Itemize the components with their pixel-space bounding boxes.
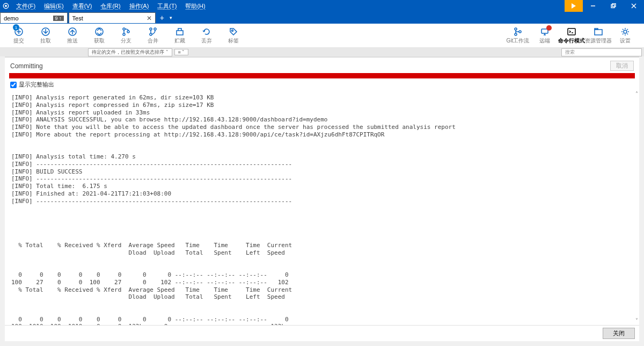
tool-push[interactable]: 推送 [59,26,86,45]
menu-file[interactable]: 文件(F) [12,2,40,10]
add-tab-button[interactable]: + [157,13,167,22]
svg-point-25 [515,33,517,35]
terminal-icon [567,26,576,37]
maximize-button[interactable] [603,0,624,12]
commit-icon [14,26,24,37]
menu-actions[interactable]: 操作(A) [125,2,153,10]
svg-point-16 [123,28,125,30]
svg-point-18 [127,31,129,33]
svg-point-34 [624,30,627,33]
scroll-down-icon[interactable]: ˅ [635,318,638,325]
scroll-up-icon[interactable]: ˄ [635,91,638,98]
svg-point-19 [150,28,152,30]
tab-label: demo [4,15,51,21]
tag-icon [229,26,238,37]
show-full-output-checkbox[interactable]: 显示完整输出 [5,80,639,90]
filter-combo[interactable]: 待定的文件，已按照文件状态排序 ˅ [88,48,172,56]
svg-marker-2 [572,3,576,9]
svg-rect-33 [595,28,598,30]
svg-rect-22 [177,31,183,35]
svg-point-20 [150,33,152,35]
run-button[interactable] [565,0,583,12]
search-box[interactable]: 搜索 [561,48,642,56]
menu-tools[interactable]: 工具(T) [153,2,181,10]
title-bar: 文件(F) 编辑(E) 查看(V) 仓库(R) 操作(A) 工具(T) 帮助(H… [0,0,644,12]
close-button[interactable] [624,0,644,12]
tab-badge: 9 ↑ [53,16,64,21]
svg-rect-32 [595,30,602,35]
svg-point-1 [5,5,6,6]
tool-gitflow[interactable]: Git工作流 [504,26,531,45]
tab-dropdown-icon[interactable]: ▾ [167,15,174,20]
filter-menu[interactable]: ≡ ˅ [174,49,189,55]
merge-icon [148,26,158,37]
svg-point-23 [232,30,233,32]
pull-icon [41,26,50,37]
main-toolbar: 提交 拉取 推送 获取 分支 合并 贮藏 丢弃 标签 Git工作流 远端 [0,24,644,48]
cancel-button[interactable]: 取消 [610,61,634,71]
progress-bar [9,73,635,78]
menu-help[interactable]: 帮助(H) [181,2,209,10]
repo-tabbar: demo 9 ↑ Test ✕ + ▾ [0,12,644,24]
svg-point-24 [515,28,517,30]
fetch-icon [94,26,104,37]
menu-view[interactable]: 查看(V) [68,2,97,10]
tool-commit[interactable]: 提交 [5,26,32,45]
gitflow-icon [513,26,523,37]
menu-edit[interactable]: 编辑(E) [40,2,68,10]
tool-branch[interactable]: 分支 [113,26,140,45]
minimize-button[interactable] [583,0,603,12]
discard-icon [202,26,211,37]
tool-stash[interactable]: 贮藏 [166,26,193,45]
committing-dialog: Committing 取消 显示完整输出 [INFO] Analysis rep… [5,57,639,341]
svg-point-17 [123,33,125,35]
svg-point-15 [96,28,103,35]
tab-label: Test [72,15,142,21]
tool-cmd[interactable]: 命令行模式 [558,26,585,45]
tool-discard[interactable]: 丢弃 [193,26,220,45]
svg-point-26 [519,31,521,33]
stash-icon [175,26,185,37]
tool-settings[interactable]: 设置 [612,26,639,45]
gear-icon [620,26,630,37]
tab-test[interactable]: Test ✕ [69,12,156,23]
tab-demo[interactable]: demo 9 ↑ [0,12,68,23]
close-button[interactable]: 关闭 [603,328,635,339]
log-output[interactable]: [INFO] Analysis report generated in 62ms… [5,90,639,325]
push-icon [68,26,77,37]
branch-icon [121,26,131,37]
remote-icon [540,26,550,37]
svg-rect-30 [568,28,575,35]
tool-explorer[interactable]: 资源管理器 [585,26,612,45]
tool-fetch[interactable]: 获取 [86,26,113,45]
tool-merge[interactable]: 合并 [140,26,166,45]
tool-pull[interactable]: 拉取 [32,26,59,45]
show-full-output-input[interactable] [10,82,17,88]
svg-rect-5 [612,4,616,7]
close-icon[interactable]: ✕ [147,15,152,22]
file-filter-bar: 待定的文件，已按照文件状态排序 ˅ ≡ ˅ 搜索 [0,48,644,56]
app-logo-icon [0,0,12,12]
svg-rect-4 [611,5,614,8]
tool-remote[interactable]: 远端 [531,26,558,45]
svg-point-21 [154,28,156,30]
svg-rect-27 [541,29,548,33]
tool-tag[interactable]: 标签 [220,26,247,45]
dialog-title: Committing [10,62,43,70]
menu-repo[interactable]: 仓库(R) [96,2,125,10]
explorer-icon [594,26,603,37]
